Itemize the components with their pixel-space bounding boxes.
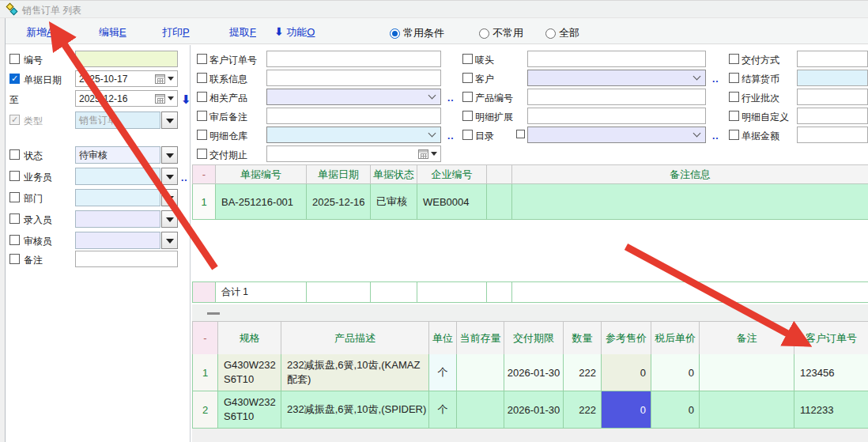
checkbox-salesperson[interactable] xyxy=(9,171,20,181)
calendar-icon[interactable] xyxy=(418,149,428,159)
detail-col-tax-price[interactable]: 税后单价 xyxy=(651,322,700,355)
orders-col-doc-status[interactable]: 单据状态 xyxy=(371,165,417,184)
auditor-combo[interactable] xyxy=(75,232,178,249)
orders-col-doc-date[interactable]: 单据日期 xyxy=(307,165,371,184)
unit-cell[interactable]: 个 xyxy=(429,354,457,391)
orders-col-doc-no[interactable]: 单据编号 xyxy=(216,165,307,184)
functions-menu-button[interactable]: ⬇ 功能O xyxy=(274,25,315,40)
detail-col-description[interactable]: 产品描述 xyxy=(281,322,429,355)
detail-col-note[interactable]: 备注 xyxy=(700,322,794,355)
remark-input[interactable] xyxy=(75,251,178,267)
spacer-cell[interactable] xyxy=(487,184,512,220)
post-audit-note-input[interactable] xyxy=(266,108,441,124)
dropdown-arrow-icon[interactable] xyxy=(161,111,178,129)
stock-cell[interactable] xyxy=(457,354,504,391)
checkbox-department[interactable] xyxy=(9,192,20,202)
detail-col-cust-order-no[interactable]: 客户订单号 xyxy=(794,322,868,355)
number-input[interactable] xyxy=(75,51,178,67)
extract-button[interactable]: 提取F xyxy=(229,25,256,40)
checkbox-customer[interactable] xyxy=(462,73,473,83)
dropdown-arrow-icon[interactable] xyxy=(431,152,437,159)
spec-cell[interactable]: G430W232S6T10 xyxy=(218,391,281,429)
checkbox-shipping-mark[interactable] xyxy=(462,54,473,64)
ref-price-cell-selected[interactable]: 0 xyxy=(602,391,651,429)
checkbox-delivery-method[interactable] xyxy=(729,54,739,64)
checkbox-customer-order-no[interactable] xyxy=(197,54,207,64)
settlement-currency-input[interactable] xyxy=(797,70,868,86)
detail-custom-input[interactable] xyxy=(797,108,868,124)
detail-table-row[interactable]: 1 G430W232S6T10 232减振盘,6簧,10齿,(KAMAZ配套) … xyxy=(192,354,868,391)
shipping-mark-input[interactable] xyxy=(527,51,706,67)
delivery-method-input[interactable] xyxy=(797,51,868,67)
remark-info-cell[interactable] xyxy=(512,184,868,220)
note-cell[interactable] xyxy=(700,354,794,391)
checkbox-detail-warehouse[interactable] xyxy=(197,130,207,140)
dropdown-arrow-icon[interactable] xyxy=(161,168,178,185)
doc-no-cell[interactable]: BA-251216-001 xyxy=(216,184,307,220)
dropdown-arrow-icon[interactable] xyxy=(161,232,178,249)
checkbox-catalog-extra[interactable] xyxy=(516,130,525,138)
checkbox-contact-info[interactable] xyxy=(197,73,207,83)
doc-date-from-field[interactable]: 2025-10-17 xyxy=(75,70,178,87)
salesperson-combo[interactable] xyxy=(75,168,178,185)
doc-date-cell[interactable]: 2025-12-16 xyxy=(307,184,371,220)
checkbox-post-audit-note[interactable] xyxy=(197,111,207,121)
detail-warehouse-ellipsis-button[interactable]: .. xyxy=(447,130,455,142)
checkbox-settlement-currency[interactable] xyxy=(729,73,739,83)
delivery-deadline-field[interactable] xyxy=(266,145,441,162)
orders-col-remark-info[interactable]: 备注信息 xyxy=(512,165,868,184)
row-number-cell[interactable]: 1 xyxy=(193,184,216,220)
catalog-combo[interactable] xyxy=(527,127,706,143)
customer-combo[interactable] xyxy=(527,70,706,86)
new-button[interactable]: 新增A xyxy=(26,25,54,40)
detail-extension-input[interactable] xyxy=(527,108,706,124)
detail-col-selector[interactable]: - xyxy=(193,322,218,355)
checkbox-catalog[interactable] xyxy=(462,130,473,140)
checkbox-industry-batch[interactable] xyxy=(729,92,739,102)
orders-table-row[interactable]: 1 BA-251216-001 2025-12-16 已审核 WEB0004 xyxy=(192,184,868,220)
description-cell[interactable]: 232减振盘,6簧,10齿,(KAMAZ配套) xyxy=(281,354,429,391)
stock-cell[interactable] xyxy=(457,391,504,429)
date-shortcut-down-arrow-icon[interactable]: ⬇ xyxy=(181,93,191,107)
type-combo[interactable]: 销售订单 xyxy=(75,111,178,129)
customer-order-no-input[interactable] xyxy=(266,51,441,67)
tax-price-cell[interactable]: 0 xyxy=(651,391,700,429)
doc-status-cell[interactable]: 已审核 xyxy=(371,184,417,220)
detail-table-row[interactable]: 2 G430W232S6T10 232减振盘,6簧,10齿,(SPIDER) 个… xyxy=(192,391,868,429)
cust-order-no-cell[interactable]: 123456 xyxy=(794,354,868,391)
doc-amount-input[interactable] xyxy=(797,127,868,143)
edit-button[interactable]: 编辑E xyxy=(99,25,126,40)
contact-info-input[interactable] xyxy=(266,70,441,86)
detail-col-spec[interactable]: 规格 xyxy=(218,322,281,355)
checkbox-entry-clerk[interactable] xyxy=(9,213,20,224)
related-product-ellipsis-button[interactable]: .. xyxy=(447,93,455,104)
checkbox-delivery-deadline[interactable] xyxy=(197,149,207,159)
detail-col-unit[interactable]: 单位 xyxy=(429,322,457,355)
related-product-combo[interactable] xyxy=(266,89,441,105)
checkbox-product-no[interactable] xyxy=(462,92,473,102)
salesperson-ellipsis-button[interactable]: .. xyxy=(181,172,188,183)
radio-common-conditions[interactable]: 常用条件 xyxy=(390,26,444,40)
cust-order-no-cell[interactable]: 112233 xyxy=(794,391,868,429)
dropdown-arrow-icon[interactable] xyxy=(168,96,174,104)
spec-cell[interactable]: G430W232S6T10 xyxy=(218,354,281,391)
checkbox-status[interactable] xyxy=(9,149,20,160)
detail-warehouse-combo[interactable] xyxy=(266,127,441,143)
row-number-cell[interactable]: 2 xyxy=(193,391,218,429)
calendar-icon[interactable] xyxy=(155,74,165,84)
customer-ellipsis-button[interactable]: .. xyxy=(712,74,719,85)
radio-all[interactable]: 全部 xyxy=(545,26,579,40)
catalog-ellipsis-button[interactable]: .. xyxy=(712,130,719,142)
horizontal-splitter[interactable] xyxy=(192,304,868,321)
detail-col-ref-price[interactable]: 参考售价 xyxy=(602,322,651,355)
orders-col-enterprise-no[interactable]: 企业编号 xyxy=(417,165,487,184)
product-no-input[interactable] xyxy=(527,89,706,105)
detail-col-delivery-date[interactable]: 交付期限 xyxy=(504,322,564,355)
ref-price-cell[interactable]: 0 xyxy=(602,354,651,391)
orders-col-spacer[interactable] xyxy=(487,165,512,184)
unit-cell[interactable]: 个 xyxy=(429,391,457,429)
quantity-cell[interactable]: 222 xyxy=(564,354,602,391)
splitter-handle-icon[interactable] xyxy=(207,312,220,315)
dropdown-arrow-icon[interactable] xyxy=(161,210,178,228)
orders-col-selector[interactable]: - xyxy=(193,165,216,184)
